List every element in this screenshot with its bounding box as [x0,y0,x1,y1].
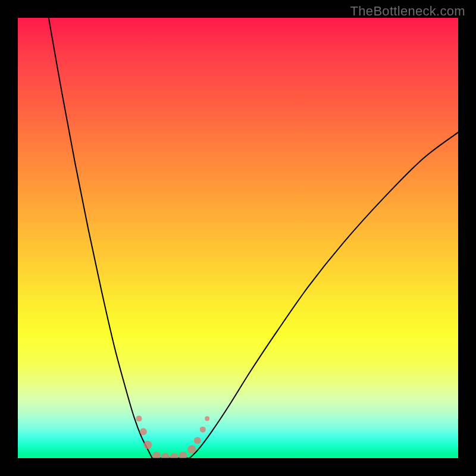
chart-marker [170,453,178,458]
chart-marker [152,452,161,458]
chart-markers [136,415,210,458]
chart-marker [161,453,170,458]
chart-marker [187,445,196,453]
chart-plot-area [18,18,458,458]
curve-right-ascent [190,132,458,458]
chart-marker [200,427,206,433]
chart-marker [140,428,147,436]
chart-marker [143,441,152,449]
chart-marker [205,416,209,421]
watermark-text: TheBottleneck.com [350,4,465,19]
chart-marker [194,437,201,444]
curve-left-descent [49,18,152,458]
chart-marker [136,415,142,421]
chart-svg [18,18,458,458]
chart-marker [179,452,187,458]
